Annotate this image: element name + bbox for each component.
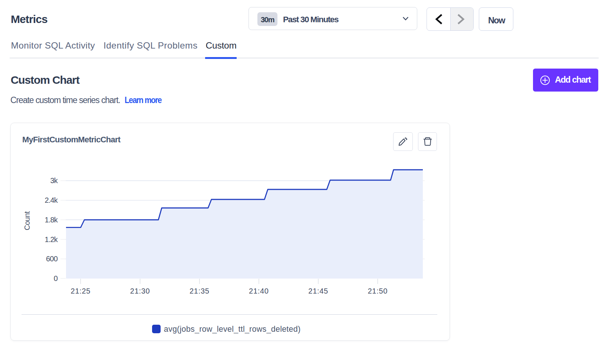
svg-text:21:45: 21:45 (308, 287, 328, 295)
svg-text:2.4k: 2.4k (45, 196, 58, 204)
svg-text:1.8k: 1.8k (45, 216, 58, 224)
svg-text:21:50: 21:50 (368, 287, 388, 295)
svg-text:1.2k: 1.2k (45, 235, 58, 244)
svg-text:0: 0 (54, 274, 58, 282)
svg-text:3k: 3k (50, 176, 58, 185)
svg-text:21:30: 21:30 (130, 287, 150, 295)
svg-text:21:25: 21:25 (71, 287, 91, 295)
svg-text:Count: Count (23, 211, 32, 230)
svg-text:600: 600 (46, 255, 58, 263)
svg-text:21:40: 21:40 (249, 287, 269, 295)
svg-text:21:35: 21:35 (190, 287, 210, 295)
